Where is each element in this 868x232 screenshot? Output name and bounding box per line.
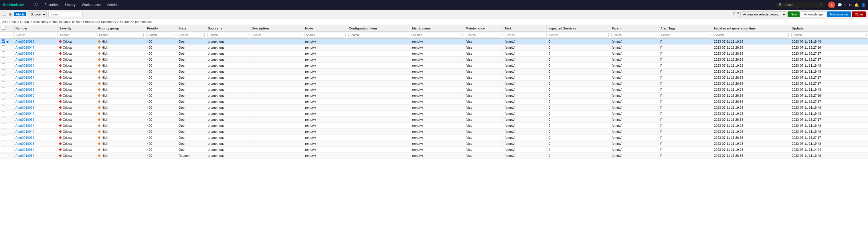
number-cell[interactable]: Alert0010050 xyxy=(14,93,58,99)
alert-number-link[interactable]: Alert0010032 xyxy=(16,88,34,91)
ci-search-input[interactable] xyxy=(348,33,409,37)
metric-search-input[interactable] xyxy=(411,33,463,37)
table-row[interactable]: Alert0010028 Critical High 400 Open prom… xyxy=(0,105,868,111)
chat-icon[interactable]: 💬 xyxy=(837,3,842,7)
number-cell[interactable]: Alert0010066 xyxy=(14,99,58,105)
search-number[interactable] xyxy=(14,32,58,38)
alert-number-link[interactable]: Alert0010020 xyxy=(16,64,34,67)
filter-button[interactable]: ⊞ xyxy=(8,12,12,16)
user-menu-icon[interactable]: 👤 xyxy=(861,3,866,7)
row-checkbox-cell[interactable] xyxy=(0,57,14,63)
row-checkbox[interactable] xyxy=(2,105,5,109)
row-eye-icon[interactable]: 👁 xyxy=(6,40,9,43)
number-cell[interactable]: Alert0010032 xyxy=(14,87,58,93)
alert-number-link[interactable]: Alert0010024 xyxy=(16,124,34,127)
alert-number-link[interactable]: Alert0010061 xyxy=(16,136,34,139)
task-header[interactable]: Task xyxy=(503,25,547,32)
initial-event-gen-header[interactable]: Initial event generation time xyxy=(712,25,790,32)
actions-select[interactable]: Actions on selected rows... xyxy=(740,11,786,17)
alert-number-link[interactable]: Alert0010016 xyxy=(16,40,34,43)
row-checkbox-cell[interactable] xyxy=(0,129,14,135)
table-row[interactable]: Alert0010039 Critical High 400 Open prom… xyxy=(0,147,868,153)
row-checkbox[interactable] xyxy=(2,58,5,61)
servicenow-logo[interactable]: ServiceNow xyxy=(2,2,28,8)
maintenance-button[interactable]: Maintenance xyxy=(827,11,851,17)
alert-number-link[interactable]: Alert0010028 xyxy=(16,106,34,109)
table-row[interactable]: Alert0010032 Critical High 400 Open prom… xyxy=(0,87,868,93)
row-checkbox-cell[interactable] xyxy=(0,51,14,57)
table-row[interactable]: Alert0010040 Critical High 400 Open prom… xyxy=(0,129,868,135)
alert-tags-header[interactable]: Alert Tags xyxy=(658,25,712,32)
search-priority[interactable] xyxy=(145,32,177,38)
search-alert-tags[interactable] xyxy=(658,32,712,38)
table-row[interactable]: Alert0010044 Critical High 400 Open prom… xyxy=(0,111,868,117)
table-row[interactable]: 👁 Alert0010016 Critical High 400 Open pr… xyxy=(0,38,868,45)
table-row[interactable]: Alert0010061 Critical High 400 Open prom… xyxy=(0,135,868,141)
number-cell[interactable]: Alert0010057 xyxy=(14,153,58,159)
nav-all[interactable]: All xyxy=(31,2,41,8)
row-checkbox-cell[interactable] xyxy=(0,105,14,111)
state-header[interactable]: State xyxy=(177,25,206,32)
row-checkbox[interactable] xyxy=(2,124,5,127)
number-cell[interactable]: Alert0010020 xyxy=(14,63,58,69)
search-dropdown-icon[interactable]: ▼ xyxy=(819,3,823,7)
row-checkbox-cell[interactable] xyxy=(0,117,14,123)
updated-search-input[interactable] xyxy=(791,33,867,37)
sidebar-toggle-button[interactable]: ☰ xyxy=(2,12,7,16)
settings-icon[interactable]: ⚙ xyxy=(848,3,852,7)
search-description[interactable] xyxy=(250,32,303,38)
new-button[interactable]: New xyxy=(787,11,800,17)
table-row[interactable]: Alert0010057 Critical High 400 Reopen pr… xyxy=(0,153,868,159)
nav-admin[interactable]: Admin xyxy=(104,2,120,8)
row-checkbox[interactable] xyxy=(2,75,5,79)
number-cell[interactable]: Alert0010054 xyxy=(14,75,58,81)
parent-header[interactable]: Parent xyxy=(610,25,658,32)
search-source[interactable] xyxy=(206,32,250,38)
severity-header[interactable]: Severity xyxy=(58,25,96,32)
row-checkbox-cell[interactable] xyxy=(0,111,14,117)
row-checkbox[interactable] xyxy=(2,142,5,145)
number-header[interactable]: Number xyxy=(14,25,58,32)
row-checkbox-cell[interactable]: 👁 xyxy=(0,38,14,45)
alert-number-link[interactable]: Alert0010047 xyxy=(16,46,34,49)
updated-header[interactable]: Updated xyxy=(790,25,868,32)
row-checkbox-cell[interactable] xyxy=(0,123,14,129)
number-cell[interactable]: Alert0010058 xyxy=(14,51,58,57)
number-cell[interactable]: Alert0010062 xyxy=(14,117,58,123)
row-checkbox-cell[interactable] xyxy=(0,81,14,87)
search-state[interactable] xyxy=(177,32,206,38)
search-parent[interactable] xyxy=(610,32,658,38)
impacted-services-search-input[interactable] xyxy=(548,33,609,37)
number-cell[interactable]: Alert0010061 xyxy=(14,135,58,141)
table-row[interactable]: Alert0010058 Critical High 400 Open prom… xyxy=(0,51,868,57)
table-row[interactable]: Alert0010036 Critical High 400 Open prom… xyxy=(0,69,868,75)
ci-header[interactable]: Configuration item xyxy=(347,25,410,32)
row-checkbox[interactable] xyxy=(2,69,5,73)
row-checkbox-cell[interactable] xyxy=(0,87,14,93)
alert-number-link[interactable]: Alert0010066 xyxy=(16,100,34,103)
search-task[interactable] xyxy=(503,32,547,38)
node-header[interactable]: Node xyxy=(303,25,347,32)
search-ci[interactable] xyxy=(347,32,410,38)
table-row[interactable]: Alert0010024 Critical High 400 Open prom… xyxy=(0,123,868,129)
row-checkbox[interactable] xyxy=(2,147,5,151)
table-row[interactable]: Alert0010070 Critical High 400 Open prom… xyxy=(0,81,868,87)
row-checkbox-cell[interactable] xyxy=(0,147,14,153)
user-avatar[interactable]: A xyxy=(828,1,835,8)
row-checkbox-cell[interactable] xyxy=(0,75,14,81)
row-checkbox-cell[interactable] xyxy=(0,63,14,69)
alert-number-link[interactable]: Alert0010039 xyxy=(16,148,34,151)
alert-number-link[interactable]: Alert0010050 xyxy=(16,94,34,97)
table-row[interactable]: Alert0010066 Critical High 400 Open prom… xyxy=(0,99,868,105)
notifications-icon[interactable]: 🔔 xyxy=(854,3,859,7)
row-checkbox-cell[interactable] xyxy=(0,45,14,51)
row-checkbox[interactable] xyxy=(2,100,5,103)
table-row[interactable]: Alert0010020 Critical High 400 Open prom… xyxy=(0,63,868,69)
row-checkbox[interactable] xyxy=(2,130,5,133)
row-checkbox[interactable] xyxy=(2,94,5,97)
row-checkbox[interactable] xyxy=(2,45,5,49)
checkbox-header[interactable] xyxy=(0,25,14,32)
task-search-input[interactable] xyxy=(504,33,545,37)
transfer-icon[interactable]: ⇄ xyxy=(733,11,735,17)
row-checkbox[interactable] xyxy=(2,136,5,139)
